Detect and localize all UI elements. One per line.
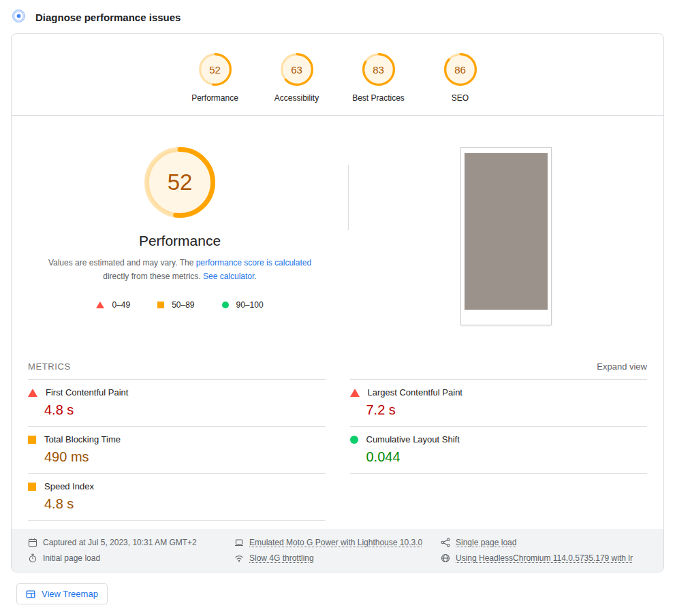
runtime-text: Slow 4G throttling [249, 553, 314, 563]
runtime-calendar: Captured at Jul 5, 2023, 10:31 AM GMT+2 [28, 538, 234, 547]
score-gauge-performance: 52 [199, 53, 232, 86]
legend-item-pass: 90–100 [222, 300, 264, 310]
pass-icon [350, 436, 358, 444]
see-calculator-link[interactable]: See calculator. [203, 272, 257, 281]
calendar-icon [28, 538, 37, 547]
runtime-share: Single page load [441, 538, 647, 547]
metric-speed-index[interactable]: Speed Index4.8 s [28, 473, 326, 520]
fail-icon [350, 389, 360, 397]
runtime-text: Emulated Moto G Power with Lighthouse 10… [249, 538, 422, 547]
laptop-icon [234, 538, 244, 547]
performance-title: Performance [139, 233, 221, 249]
score-label: Performance [191, 93, 238, 103]
gauge-score-value: 86 [444, 53, 477, 86]
metric-largest-contentful-paint[interactable]: Largest Contentful Paint7.2 s [350, 379, 648, 426]
gauge-score-value: 83 [362, 53, 395, 86]
performance-section: 52 Performance Values are estimated and … [12, 116, 663, 351]
legend-range: 50–89 [172, 300, 194, 310]
runtime-text: Using HeadlessChromium 114.0.5735.179 wi… [456, 553, 633, 563]
average-icon [28, 483, 36, 491]
metric-value: 0.044 [366, 449, 648, 465]
metric-value: 4.8 s [44, 402, 326, 418]
lighthouse-logo-icon [12, 9, 26, 26]
runtime-laptop: Emulated Moto G Power with Lighthouse 10… [234, 538, 441, 547]
score-gauge-accessibility: 63 [281, 53, 313, 86]
screenshot-area [349, 147, 663, 325]
runtime-text: Captured at Jul 5, 2023, 10:31 AM GMT+2 [43, 538, 197, 547]
average-icon [157, 302, 164, 308]
score-description: Values are estimated and may vary. The p… [35, 256, 324, 284]
runtime-column: Single page loadUsing HeadlessChromium 1… [441, 538, 647, 563]
legend-item-average: 50–89 [157, 300, 194, 310]
treemap-row: View Treemap [0, 572, 675, 615]
legend-range: 90–100 [236, 300, 264, 310]
stopwatch-icon [28, 553, 37, 563]
score-calculated-link[interactable]: performance score is calculated [196, 258, 311, 268]
globe-icon [441, 553, 450, 563]
legend-range: 0–49 [112, 300, 130, 310]
runtime-text: Single page load [456, 538, 516, 547]
metrics-header: METRICS Expand view [12, 351, 663, 379]
average-icon [28, 436, 36, 444]
runtime-signal: Slow 4G throttling [234, 553, 441, 563]
metric-cumulative-layout-shift[interactable]: Cumulative Layout Shift0.044 [350, 426, 648, 473]
gauge-score-value: 52 [144, 147, 215, 218]
gauge-score-value: 63 [281, 53, 313, 86]
metrics-heading: METRICS [28, 361, 71, 372]
metric-name: Total Blocking Time [44, 434, 121, 444]
metric-value: 4.8 s [44, 496, 326, 512]
runtime-text: Initial page load [43, 553, 100, 563]
runtime-column: Emulated Moto G Power with Lighthouse 10… [234, 538, 441, 563]
gauge-score-value: 52 [199, 53, 232, 86]
fail-icon [28, 389, 37, 397]
pass-icon [222, 302, 229, 308]
legend-item-fail: 0–49 [96, 300, 130, 310]
score-label: SEO [452, 93, 469, 103]
summary-score-accessibility[interactable]: 63Accessibility [266, 53, 328, 103]
runtime-globe: Using HeadlessChromium 114.0.5735.179 wi… [441, 553, 647, 563]
score-gauge-seo: 86 [444, 53, 477, 86]
expand-view-toggle[interactable]: Expand view [597, 361, 647, 372]
metric-value: 490 ms [44, 449, 326, 465]
performance-score-gauge: 52 [144, 147, 215, 218]
treemap-button-label: View Treemap [42, 589, 98, 599]
metric-first-contentful-paint[interactable]: First Contentful Paint4.8 s [28, 379, 326, 426]
signal-icon [234, 553, 244, 563]
metrics-grid: First Contentful Paint4.8 sTotal Blockin… [12, 379, 663, 521]
performance-gauge-block: 52 Performance Values are estimated and … [12, 147, 348, 310]
panel-header: Diagnose performance issues [0, 0, 675, 33]
summary-score-seo[interactable]: 86SEO [430, 53, 491, 103]
metrics-column-left: First Contentful Paint4.8 sTotal Blockin… [28, 379, 326, 521]
share-icon [441, 538, 450, 547]
view-treemap-button[interactable]: View Treemap [16, 583, 108, 604]
summary-score-best-practices[interactable]: 83Best Practices [348, 53, 409, 103]
description-text-before: Values are estimated and may vary. The [48, 258, 196, 268]
metric-name: Speed Index [44, 481, 94, 491]
runtime-stopwatch: Initial page load [28, 553, 234, 563]
metric-name: Largest Contentful Paint [368, 387, 462, 398]
runtime-settings-bar: Captured at Jul 5, 2023, 10:31 AM GMT+2I… [12, 529, 663, 572]
metric-name: First Contentful Paint [46, 387, 128, 398]
page-screenshot-image [465, 153, 548, 310]
score-label: Accessibility [274, 93, 319, 103]
panel-title: Diagnose performance issues [35, 12, 180, 23]
lighthouse-report-page: Diagnose performance issues 52Performanc… [0, 0, 675, 615]
report-card: 52Performance63Accessibility83Best Pract… [11, 33, 664, 572]
metric-total-blocking-time[interactable]: Total Blocking Time490 ms [28, 426, 326, 473]
metric-value: 7.2 s [366, 402, 648, 418]
score-scale-legend: 0–4950–8990–100 [96, 300, 263, 310]
metric-name: Cumulative Layout Shift [366, 434, 460, 444]
summary-score-performance[interactable]: 52Performance [185, 53, 246, 103]
metrics-column-right: Largest Contentful Paint7.2 sCumulative … [350, 379, 648, 474]
description-text-middle: directly from these metrics. [103, 272, 203, 281]
page-screenshot-thumbnail[interactable] [460, 147, 552, 325]
score-summary-row: 52Performance63Accessibility83Best Pract… [12, 34, 663, 115]
treemap-icon [26, 589, 35, 599]
score-gauge-best-practices: 83 [362, 53, 395, 86]
score-label: Best Practices [352, 93, 405, 103]
performance-gauge-container: 52 [144, 147, 215, 218]
runtime-column: Captured at Jul 5, 2023, 10:31 AM GMT+2I… [28, 538, 234, 563]
fail-icon [96, 302, 104, 308]
